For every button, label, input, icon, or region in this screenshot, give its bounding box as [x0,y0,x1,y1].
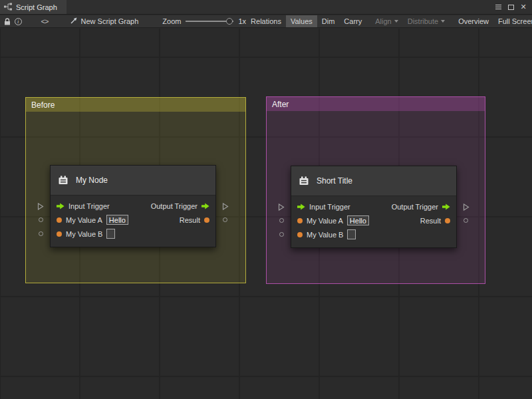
output-trigger-label: Output Trigger [392,203,438,211]
value-a-port-icon[interactable] [297,218,303,223]
trigger-row: Input Trigger Output Trigger [291,200,456,213]
graph-output-value-port-icon[interactable] [464,218,468,223]
value-b-row: My Value B [51,227,215,241]
input-trigger-label: Input Trigger [309,203,350,211]
script-machine-icon [298,176,310,186]
value-b-port-icon[interactable] [57,231,62,237]
group-after-label: After [272,100,289,109]
graph-name: New Script Graph [81,17,139,25]
group-after-header[interactable]: After [267,97,485,111]
result-label: Result [180,216,200,224]
overview-button[interactable]: Overview [454,15,493,27]
value-b-label: My Value B [66,230,102,238]
toolbar-buttons: Relations Values Dim Carry Align Distrib… [246,15,532,27]
value-a-field[interactable]: Hello [347,215,369,225]
graph-asset-icon [70,17,78,26]
close-icon[interactable] [518,2,529,13]
group-before-header[interactable]: Before [26,98,245,112]
value-b-field[interactable] [347,229,356,239]
lock-icon[interactable] [3,15,11,27]
tab-script-graph[interactable]: Script Graph [0,0,66,14]
graph-name-section: New Script Graph [70,17,139,26]
node-title: Short Title [317,176,352,186]
value-a-row: My Value A Hello Result [291,213,456,227]
result-port-icon[interactable] [445,218,450,223]
result-port-icon[interactable] [204,217,209,223]
node-short-title[interactable]: Short Title Input Trigger Output Trigger [291,166,457,248]
window-controls [493,0,532,14]
input-trigger-port-icon[interactable] [57,203,65,209]
value-b-row: My Value B [291,227,456,241]
value-a-field[interactable]: Hello [106,215,128,225]
node-body: Input Trigger Output Trigger My Value A … [291,196,456,247]
graph-input-value-port-icon[interactable] [279,232,284,237]
node-my-node[interactable]: My Node Input Trigger Output Trigger [50,165,216,247]
carry-button[interactable]: Carry [339,15,366,27]
graph-tab-icon [4,3,12,12]
graph-input-trigger-port-icon[interactable] [278,203,285,211]
graph-output-trigger-port-icon[interactable] [463,203,469,211]
values-button[interactable]: Values [286,15,317,27]
graph-input-trigger-port-icon[interactable] [37,203,44,210]
maximize-icon[interactable] [505,2,516,13]
output-trigger-port-icon[interactable] [201,203,209,209]
value-a-port-icon[interactable] [57,217,62,223]
zoom-value: 1x [238,17,246,25]
output-trigger-label: Output Trigger [151,202,198,210]
node-header[interactable]: Short Title [291,166,456,196]
info-icon[interactable] [14,15,22,27]
group-before-label: Before [31,100,55,110]
zoom-label: Zoom [162,17,181,25]
graph-input-value-port-icon[interactable] [39,231,43,236]
distribute-button[interactable]: Distribute [403,15,450,27]
value-a-label: My Value A [307,217,343,225]
graph-output-value-port-icon[interactable] [223,217,227,222]
node-header[interactable]: My Node [51,166,215,196]
trigger-row: Input Trigger Output Trigger [51,199,215,213]
output-trigger-port-icon[interactable] [442,203,450,210]
graph-output-trigger-port-icon[interactable] [222,203,229,210]
value-b-field[interactable] [106,229,115,239]
align-button[interactable]: Align [370,15,402,27]
value-a-label: My Value A [66,216,102,224]
align-label: Align [375,17,391,25]
input-trigger-port-icon[interactable] [297,203,305,210]
node-body: Input Trigger Output Trigger My Value A … [51,196,215,247]
window-menu-icon[interactable] [493,2,503,13]
input-trigger-label: Input Trigger [68,202,110,210]
code-icon[interactable] [39,15,49,27]
graph-toolbar: New Script Graph Zoom 1x Relations Value… [0,15,532,28]
tab-title: Script Graph [16,3,57,11]
result-label: Result [420,217,441,225]
graph-input-value-port-icon[interactable] [39,217,43,222]
distribute-label: Distribute [408,17,438,25]
fullscreen-button[interactable]: Full Screen [493,15,532,27]
graph-canvas[interactable]: Before After My Node [0,29,532,399]
value-a-row: My Value A Hello Result [51,213,215,227]
relations-button[interactable]: Relations [246,15,286,27]
zoom-slider[interactable] [186,21,233,22]
titlebar: Script Graph [0,0,532,15]
value-b-label: My Value B [307,231,343,239]
script-graph-window: Script Graph New Script Graph [0,0,532,399]
chevron-down-icon [394,20,398,23]
zoom-section: Zoom 1x [162,17,246,25]
graph-input-value-port-icon[interactable] [279,218,284,223]
dim-button[interactable]: Dim [317,15,340,27]
script-machine-icon [57,175,69,186]
chevron-down-icon [441,20,445,23]
node-title: My Node [76,176,108,185]
zoom-slider-knob[interactable] [226,18,233,25]
value-b-port-icon[interactable] [297,232,303,237]
